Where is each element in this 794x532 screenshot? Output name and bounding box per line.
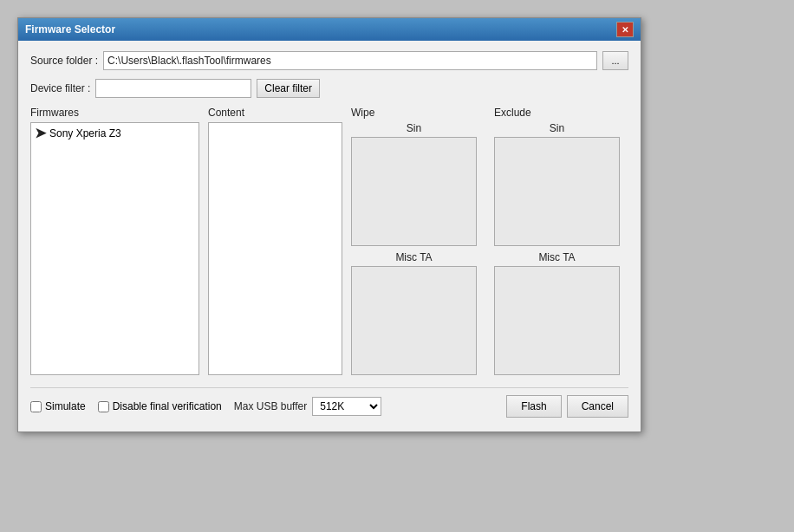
window-title: Firmware Selector (25, 23, 115, 36)
flash-button[interactable]: Flash (506, 395, 561, 418)
device-filter-label: Device filter : (30, 82, 90, 94)
title-bar: Firmware Selector ✕ (18, 18, 641, 41)
usb-buffer-select[interactable]: 512K256K1M2M (312, 397, 381, 416)
list-item[interactable]: ➤ Sony Xperia Z3 (31, 123, 198, 143)
wipe-misc-label: Misc TA (351, 251, 477, 263)
main-panels: Firmwares ➤ Sony Xperia Z3 Content Wipe (30, 107, 628, 375)
wipe-misc-section: Misc TA (351, 251, 477, 375)
disable-verification-checkbox-label[interactable]: Disable final verification (98, 400, 222, 412)
close-button[interactable]: ✕ (616, 22, 634, 37)
exclude-sin-list[interactable] (494, 137, 620, 246)
exclude-misc-label: Misc TA (494, 251, 620, 263)
content-panel: Content (208, 107, 342, 375)
bottom-left: Simulate Disable final verification Max … (30, 397, 381, 416)
exclude-header: Exclude (494, 107, 628, 119)
disable-verification-label: Disable final verification (113, 400, 222, 412)
simulate-label: Simulate (45, 400, 86, 412)
title-bar-controls: ✕ (616, 22, 634, 37)
browse-button[interactable]: ... (602, 51, 628, 70)
exclude-section: Exclude Sin Misc TA (494, 107, 628, 375)
content-header: Content (208, 107, 342, 119)
source-folder-row: Source folder : ... (30, 51, 628, 70)
wipe-header: Wipe (351, 107, 485, 119)
firmware-selector-window: Firmware Selector ✕ Source folder : ... … (17, 17, 641, 432)
exclude-sin-label: Sin (494, 122, 620, 134)
firmwares-header: Firmwares (30, 107, 199, 119)
simulate-checkbox[interactable] (30, 401, 42, 412)
arrow-icon: ➤ (35, 125, 46, 141)
usb-buffer-row: Max USB buffer 512K256K1M2M (234, 397, 381, 416)
exclude-panel: Sin Misc TA (494, 122, 620, 375)
wipe-sin-label: Sin (351, 122, 477, 134)
clear-filter-button[interactable]: Clear filter (257, 79, 320, 98)
device-filter-row: Device filter : Clear filter (30, 79, 628, 98)
bottom-bar: Simulate Disable final verification Max … (30, 387, 628, 421)
wipe-misc-list[interactable] (351, 266, 477, 375)
disable-verification-checkbox[interactable] (98, 401, 109, 412)
wipe-sin-section: Sin (351, 122, 477, 246)
simulate-checkbox-label[interactable]: Simulate (30, 400, 86, 412)
max-usb-label: Max USB buffer (234, 400, 307, 412)
cancel-button[interactable]: Cancel (567, 395, 628, 418)
source-folder-label: Source folder : (30, 55, 98, 67)
firmware-item-name: Sony Xperia Z3 (49, 127, 121, 139)
device-filter-input[interactable] (95, 79, 251, 98)
content-list[interactable] (208, 122, 342, 375)
wipe-sin-list[interactable] (351, 137, 477, 246)
firmwares-panel: Firmwares ➤ Sony Xperia Z3 (30, 107, 199, 375)
exclude-misc-section: Misc TA (494, 251, 620, 375)
bottom-right: Flash Cancel (506, 395, 628, 418)
wipe-panel: Sin Misc TA (351, 122, 477, 375)
source-folder-input[interactable] (103, 51, 597, 70)
window-body: Source folder : ... Device filter : Clea… (18, 41, 641, 431)
exclude-misc-list[interactable] (494, 266, 620, 375)
firmwares-list[interactable]: ➤ Sony Xperia Z3 (30, 122, 199, 375)
exclude-sin-section: Sin (494, 122, 620, 246)
wipe-section: Wipe Sin Misc TA (351, 107, 485, 375)
